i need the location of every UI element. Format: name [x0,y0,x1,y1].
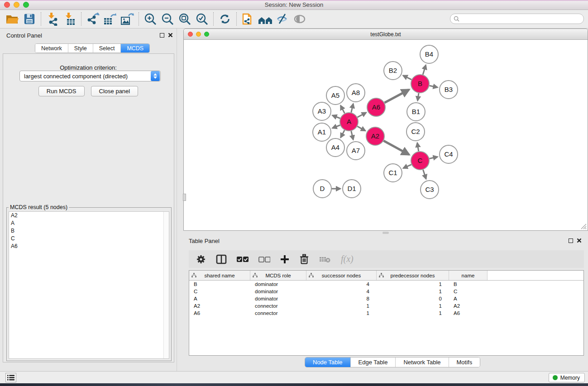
table-row[interactable]: A dominator 8 0 A [189,295,583,302]
graph-edge-A-A8[interactable] [351,104,354,112]
export-table-button[interactable] [101,11,119,27]
tab-network-table[interactable]: Network Table [396,357,449,367]
new-network-from-selection-button[interactable] [239,11,257,27]
list-item[interactable]: C [9,235,169,243]
run-mcds-button[interactable]: Run MCDS [38,86,85,96]
network-canvas[interactable]: AA1A2A3A4A5A6A7A8BB1B2B3B4CC1C2C3C4DD1 [184,40,588,230]
tab-motifs[interactable]: Motifs [449,357,480,367]
close-panel-icon[interactable] [577,238,582,243]
cell-predecessor-nodes[interactable]: 1 [377,303,449,309]
graph-node-C2[interactable]: C2 [406,123,425,141]
criterion-select[interactable]: largest connected component (directed) [19,71,161,81]
table-row[interactable]: B dominator 4 1 B [189,281,583,288]
cell-mcds-role[interactable]: dominator [250,296,306,301]
delete-columns-button[interactable] [299,254,309,265]
graph-node-A[interactable]: A [340,113,358,131]
cell-shared-name[interactable]: A6 [189,310,250,316]
cell-name[interactable]: B [449,281,488,287]
graph-node-D1[interactable]: D1 [343,180,361,198]
graph-node-B3[interactable]: B3 [440,81,458,99]
graph-node-A1[interactable]: A1 [313,123,331,141]
tab-style[interactable]: Style [68,44,93,52]
cell-name[interactable]: A2 [449,303,488,309]
create-new-column-button[interactable] [280,255,289,264]
close-panel-icon[interactable] [168,33,173,38]
list-item[interactable]: A6 [9,243,169,250]
scrollbar-track[interactable] [163,212,169,358]
resize-grip[interactable] [580,223,587,229]
list-item[interactable]: B [9,227,169,235]
cell-successor-nodes[interactable]: 4 [306,281,377,287]
table-row[interactable]: A2 connector 1 1 A2 [189,302,583,310]
tab-edge-table[interactable]: Edge Table [351,357,396,367]
graph-node-C1[interactable]: C1 [384,164,402,182]
cell-shared-name[interactable]: A2 [189,303,250,309]
cell-mcds-role[interactable]: connector [250,310,306,316]
graph-node-D[interactable]: D [313,180,331,198]
zoom-fit-button[interactable] [176,11,193,27]
search-field[interactable] [450,14,584,24]
graph-edge-A-A7[interactable] [351,131,354,139]
graph-edge-A-A1[interactable] [332,125,340,129]
column-header-shared-name[interactable]: shared name [189,271,250,280]
graph-node-A6[interactable]: A6 [367,98,385,116]
search-input[interactable] [459,16,583,22]
export-image-button[interactable] [119,11,136,27]
graph-node-B2[interactable]: B2 [384,62,402,80]
graph-node-B1[interactable]: B1 [407,103,425,121]
open-session-button[interactable] [4,11,21,27]
home-networks-button[interactable] [257,11,274,27]
close-panel-button[interactable]: Close panel [91,86,139,96]
refresh-view-button[interactable] [216,11,234,27]
export-network-button[interactable] [84,11,101,27]
show-panels-button[interactable] [5,373,16,382]
graph-edge-B-B3[interactable] [430,86,438,87]
zoom-selected-button[interactable] [193,11,210,27]
graph-edge-A-A2[interactable] [357,126,365,131]
cell-shared-name[interactable]: B [189,281,250,287]
show-column-selector-button[interactable] [216,254,227,264]
graph-node-C4[interactable]: C4 [440,145,458,163]
cell-predecessor-nodes[interactable]: 0 [377,296,449,301]
column-header-mcds-role[interactable]: MCDS role [250,271,306,280]
tab-network[interactable]: Network [35,44,68,52]
graph-edge-A-A4[interactable] [341,130,345,138]
graph-node-A8[interactable]: A8 [347,84,365,102]
graph-node-B4[interactable]: B4 [420,45,438,63]
tab-node-table[interactable]: Node Table [305,357,351,367]
graph-edge-A6-B[interactable] [385,90,409,103]
cell-shared-name[interactable]: C [189,289,250,294]
splitter-handle[interactable] [183,194,186,201]
cell-mcds-role[interactable]: dominator [250,289,306,294]
graph-edge-B-B4[interactable] [423,65,425,75]
table-settings-button[interactable] [196,254,206,264]
list-item[interactable]: A [9,219,169,227]
memory-button[interactable]: Memory [549,373,585,382]
zoom-out-button[interactable] [159,11,176,27]
graph-node-A2[interactable]: A2 [366,127,384,145]
cell-predecessor-nodes[interactable]: 1 [377,289,449,294]
table-row[interactable]: C dominator 4 1 C [189,288,583,295]
column-header-predecessor-nodes[interactable]: predecessor nodes [377,271,449,280]
import-network-button[interactable] [44,11,61,27]
zoom-in-button[interactable] [142,11,159,27]
cell-name[interactable]: C [449,289,488,294]
select-all-button[interactable] [237,256,249,262]
cell-shared-name[interactable]: A [189,296,250,301]
graph-node-C[interactable]: C [411,152,429,170]
cell-mcds-role[interactable]: connector [250,303,306,309]
function-builder-button[interactable]: f(x) [341,254,354,264]
graph-edge-B-B2[interactable] [403,76,412,80]
column-header-successor-nodes[interactable]: successor nodes [306,271,377,280]
graph-edge-C-C1[interactable] [403,165,411,168]
tab-select[interactable]: Select [93,44,121,52]
graph-node-B[interactable]: B [411,75,429,93]
cell-successor-nodes[interactable]: 8 [306,296,377,301]
cell-predecessor-nodes[interactable]: 1 [377,310,449,316]
graph-edge-A-A5[interactable] [340,105,344,113]
import-table-button[interactable] [61,11,78,27]
graph-edge-C-C2[interactable] [417,143,419,152]
cell-name[interactable]: A [449,296,488,301]
show-hidden-button[interactable] [291,11,308,27]
float-panel-icon[interactable] [160,33,164,38]
